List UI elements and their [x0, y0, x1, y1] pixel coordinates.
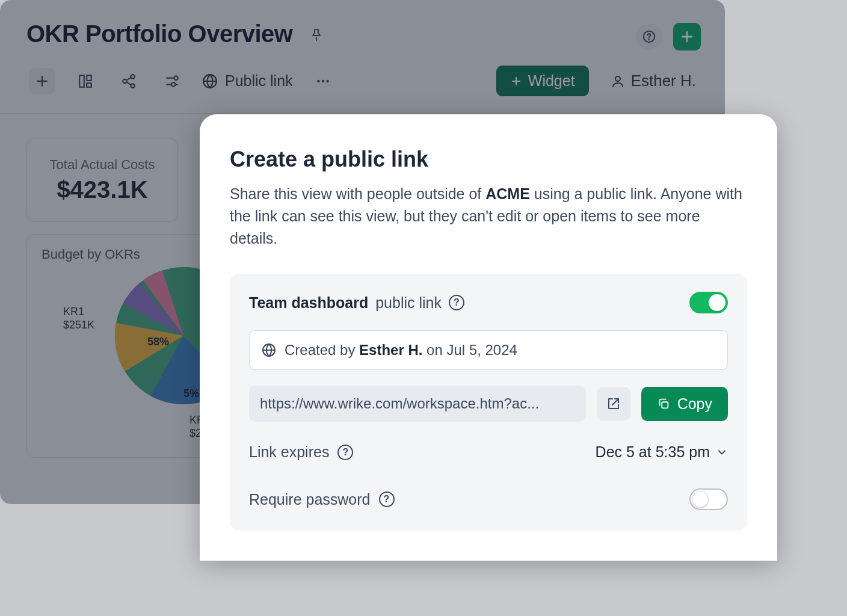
svg-rect-17 [662, 402, 668, 408]
require-password-toggle[interactable] [689, 488, 728, 510]
copy-icon [657, 397, 670, 410]
chevron-down-icon [716, 446, 728, 458]
created-by-box: Created by Esther H. on Jul 5, 2024 [249, 330, 728, 370]
require-password-label: Require password ? [249, 491, 395, 508]
public-link-toggle[interactable] [689, 292, 728, 313]
open-link-button[interactable] [597, 387, 630, 420]
panel-title: Team dashboard public link ? [249, 294, 464, 312]
help-hint-icon[interactable]: ? [379, 491, 395, 507]
modal-title: Create a public link [230, 147, 747, 172]
copy-link-button[interactable]: Copy [641, 387, 728, 421]
link-expires-label: Link expires ? [249, 443, 353, 461]
public-link-modal: Create a public link Share this view wit… [200, 114, 777, 561]
public-link-url-field[interactable]: https://www.wrike.com/workspace.htm?ac..… [249, 386, 586, 422]
help-hint-icon[interactable]: ? [337, 445, 353, 460]
created-by-text: Created by Esther H. on Jul 5, 2024 [285, 342, 517, 359]
link-expires-value[interactable]: Dec 5 at 5:35 pm [596, 443, 728, 461]
help-hint-icon[interactable]: ? [449, 295, 464, 310]
public-link-panel: Team dashboard public link ? Created by … [230, 274, 747, 531]
external-link-icon [606, 396, 621, 411]
copy-button-label: Copy [677, 395, 712, 413]
modal-description: Share this view with people outside of A… [230, 183, 747, 250]
globe-icon [262, 343, 276, 357]
